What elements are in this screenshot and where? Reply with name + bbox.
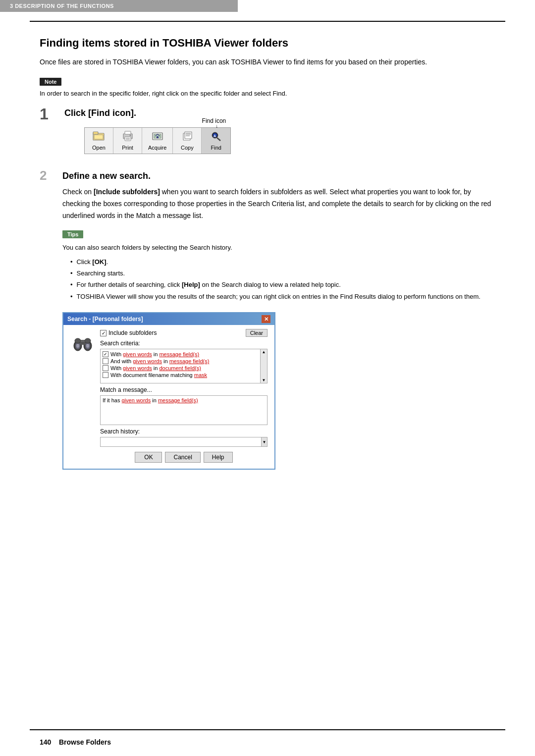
tips-intro: You can also search folders by selecting… bbox=[62, 242, 495, 253]
criteria-text-2: And with given words in message field(s) bbox=[110, 358, 209, 364]
scroll-down-arrow: ▼ bbox=[262, 378, 266, 383]
find-label: Find bbox=[211, 145, 221, 151]
scroll-up-arrow: ▲ bbox=[262, 349, 266, 355]
step-2-content: Define a new search. Check on [Include s… bbox=[62, 171, 495, 470]
criteria-cb-3[interactable] bbox=[103, 365, 108, 371]
svg-point-23 bbox=[76, 344, 79, 348]
step-1-title: Click [Find icon]. bbox=[64, 108, 495, 118]
copy-label: Copy bbox=[181, 145, 194, 151]
criteria-cb-1[interactable]: ✓ bbox=[103, 351, 108, 357]
dialog-titlebar: Search - [Personal folders] ✕ bbox=[63, 313, 274, 325]
print-icon bbox=[121, 131, 134, 144]
include-subfolders-label[interactable]: ✓ Include subfolders bbox=[100, 329, 157, 336]
header-bar: 3 DESCRIPTION OF THE FUNCTIONS bbox=[0, 0, 238, 12]
criteria-list-box: ✓ With given words in message field(s) A… bbox=[100, 349, 268, 383]
find-icon-label: Find icon bbox=[202, 117, 226, 124]
search-history-label: Search history: bbox=[100, 428, 268, 435]
help-btn[interactable]: Help bbox=[204, 452, 233, 463]
svg-rect-28 bbox=[81, 340, 85, 342]
dialog-screenshot: Search - [Personal folders] ✕ bbox=[62, 312, 275, 470]
svg-line-19 bbox=[217, 138, 220, 141]
toolbar-print-btn[interactable]: Print bbox=[113, 128, 142, 154]
step-1: 1 Click [Find icon]. Find icon ↓ bbox=[40, 108, 495, 162]
acquire-label: Acquire bbox=[148, 145, 166, 151]
svg-rect-16 bbox=[186, 136, 190, 137]
bullet-2: Searching starts. bbox=[70, 268, 495, 279]
acquire-icon bbox=[151, 131, 164, 144]
copy-icon bbox=[181, 131, 194, 144]
dialog-close-btn[interactable]: ✕ bbox=[262, 315, 270, 323]
svg-rect-7 bbox=[126, 139, 130, 140]
dialog-icon-area bbox=[70, 329, 95, 463]
step-2-text: Check on [Include subfolders] when you w… bbox=[62, 186, 495, 221]
search-history-input[interactable]: ▼ bbox=[100, 437, 268, 447]
toolbar-copy-btn[interactable]: Copy bbox=[173, 128, 202, 154]
dialog-form: ✓ Include subfolders Clear Search criter… bbox=[100, 329, 268, 463]
criteria-cb-4[interactable] bbox=[103, 372, 108, 378]
bullet-3: For further details of searching, click … bbox=[70, 279, 495, 290]
match-message-label: Match a message... bbox=[100, 386, 268, 393]
dialog-body: ✓ Include subfolders Clear Search criter… bbox=[63, 325, 274, 469]
step-2-title: Define a new search. bbox=[62, 171, 495, 181]
step-2: 2 Define a new search. Check on [Include… bbox=[40, 171, 495, 470]
open-icon bbox=[93, 131, 106, 144]
svg-rect-1 bbox=[93, 132, 98, 134]
page-title: Finding items stored in TOSHIBA Viewer f… bbox=[40, 37, 495, 50]
svg-point-8 bbox=[129, 135, 131, 136]
note-label: Note bbox=[40, 78, 61, 86]
svg-rect-15 bbox=[186, 134, 191, 135]
svg-point-30 bbox=[85, 338, 91, 343]
note-text: In order to search in the specific folde… bbox=[40, 89, 495, 99]
criteria-text-4: With document filename matching mask bbox=[110, 372, 207, 378]
svg-point-26 bbox=[86, 344, 89, 348]
criteria-cb-2[interactable] bbox=[103, 358, 108, 364]
intro-text: Once files are stored in TOSHIBA Viewer … bbox=[40, 56, 495, 67]
find-icon-arrow: ↓ bbox=[215, 123, 218, 129]
bullet-4: TOSHIBA Viewer will show you the results… bbox=[70, 291, 495, 302]
toolbar-strip: Open Pri bbox=[84, 127, 231, 154]
header-section-label: 3 DESCRIPTION OF THE FUNCTIONS bbox=[10, 3, 114, 9]
ok-btn[interactable]: OK bbox=[135, 452, 162, 463]
criteria-item-4: With document filename matching mask bbox=[103, 372, 265, 378]
footer: 140 Browse Folders bbox=[40, 738, 495, 746]
toolbar-acquire-btn[interactable]: Acquire bbox=[142, 128, 173, 154]
find-icon: A bbox=[210, 131, 222, 144]
criteria-item-3: With given words in document field(s) bbox=[103, 365, 265, 371]
svg-rect-27 bbox=[80, 342, 86, 345]
svg-text:A: A bbox=[214, 134, 216, 138]
include-subfolders-checkbox[interactable]: ✓ bbox=[100, 330, 107, 336]
include-subfolders-row: ✓ Include subfolders Clear bbox=[100, 329, 268, 337]
criteria-item-1: ✓ With given words in message field(s) bbox=[103, 351, 265, 357]
criteria-text-3: With given words in document field(s) bbox=[110, 365, 201, 371]
svg-rect-14 bbox=[186, 133, 191, 134]
svg-rect-5 bbox=[125, 137, 131, 141]
criteria-scrollbar[interactable]: ▲ ▼ bbox=[260, 349, 267, 383]
cancel-btn[interactable]: Cancel bbox=[165, 452, 200, 463]
tips-box: Tips You can also search folders by sele… bbox=[62, 230, 495, 303]
open-label: Open bbox=[92, 145, 106, 151]
criteria-item-2: And with given words in message field(s) bbox=[103, 358, 265, 364]
svg-rect-11 bbox=[157, 136, 159, 138]
toolbar-area: Find icon ↓ Open bbox=[84, 127, 231, 154]
dialog-buttons: OK Cancel Help bbox=[100, 452, 268, 463]
svg-rect-6 bbox=[126, 138, 130, 139]
history-dropdown[interactable]: ▼ bbox=[261, 437, 267, 446]
step-2-number: 2 bbox=[40, 169, 57, 182]
note-box: Note In order to search in the specific … bbox=[40, 77, 495, 99]
toolbar-open-btn[interactable]: Open bbox=[85, 128, 113, 154]
bullet-1: Click [OK]. bbox=[70, 256, 495, 268]
include-subfolders-text: Include subfolders bbox=[108, 329, 157, 336]
main-content: Finding items stored in TOSHIBA Viewer f… bbox=[0, 22, 535, 508]
dialog-title: Search - [Personal folders] bbox=[67, 316, 143, 323]
search-criteria-label: Search criteria: bbox=[100, 340, 268, 347]
clear-btn[interactable]: Clear bbox=[246, 329, 268, 337]
tips-bullets: Click [OK]. Searching starts. For furthe… bbox=[62, 256, 495, 303]
svg-point-29 bbox=[75, 338, 81, 343]
print-label: Print bbox=[122, 145, 133, 151]
step-1-content: Click [Find icon]. Find icon ↓ bbox=[64, 108, 495, 162]
footer-page-number: 140 Browse Folders bbox=[40, 738, 111, 746]
criteria-text-1: With given words in message field(s) bbox=[110, 351, 199, 357]
step-1-number: 1 bbox=[40, 106, 59, 122]
toolbar-find-btn[interactable]: A Find bbox=[202, 128, 230, 154]
tips-label: Tips bbox=[62, 230, 83, 238]
